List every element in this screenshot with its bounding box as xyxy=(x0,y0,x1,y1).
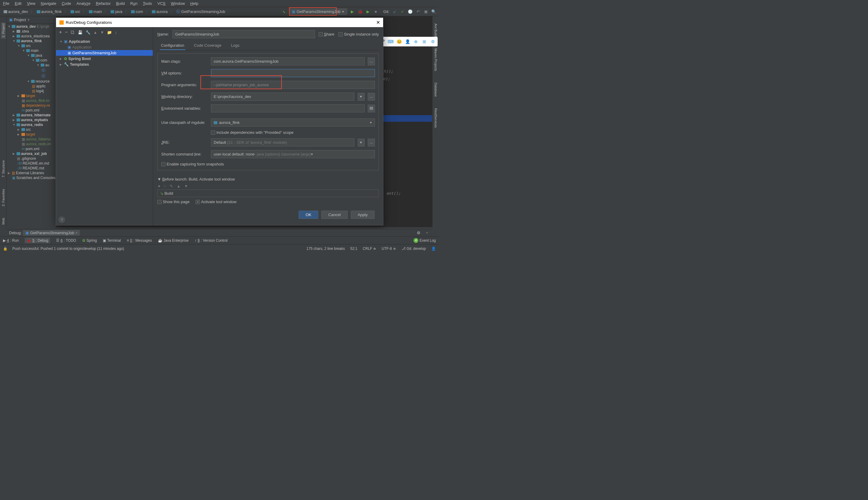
debug-icon[interactable]: 🐞 xyxy=(357,9,363,14)
status-line-sep[interactable]: CRLF ≑ xyxy=(363,247,376,251)
project-tree[interactable]: ▼aurora_dev E:\proje ▶.idea ▶aurora_elas… xyxy=(7,23,56,181)
gear-icon[interactable]: ⚙ xyxy=(416,230,421,236)
vm-options-input[interactable] xyxy=(211,69,375,77)
run-icon[interactable]: ▶ xyxy=(350,9,355,14)
copy-icon[interactable]: ⿻ xyxy=(71,30,75,35)
debug-tab[interactable]: ▣ GetParamsStreamingJob × xyxy=(23,230,80,236)
config-tree[interactable]: ▼▣Application ▣Application ▣GetParamsStr… xyxy=(56,37,153,214)
status-inspect-icon[interactable]: 👤 xyxy=(431,247,436,251)
breadcrumb[interactable]: aurora_dev〉 aurora_flink〉 src〉 main〉 jav… xyxy=(2,9,281,15)
stop-icon[interactable]: ■ xyxy=(373,9,378,14)
menu-tools[interactable]: Tools xyxy=(143,1,152,6)
wrench-icon[interactable]: 🔧 xyxy=(85,30,90,35)
workdir-input[interactable] xyxy=(211,92,354,101)
breadcrumb-file[interactable]: ⓒGetParamsStreamingJob xyxy=(175,9,226,15)
classpath-select[interactable]: aurora_flink ▼ xyxy=(211,118,375,127)
folder-icon[interactable]: 📁 xyxy=(107,30,112,35)
help-icon[interactable]: ? xyxy=(58,216,65,223)
menu-file[interactable]: File xyxy=(3,1,9,6)
tw-messages[interactable]: ≡ 0: Messages xyxy=(127,238,152,242)
close-tab-icon[interactable]: × xyxy=(75,230,78,235)
close-icon[interactable]: ✕ xyxy=(376,20,380,25)
menu-refactor[interactable]: Refactor xyxy=(96,1,111,6)
activate-tool-checkbox[interactable]: ✓Activate tool window xyxy=(196,200,237,204)
project-header[interactable]: ▣ Project ▼ xyxy=(7,16,56,23)
menu-edit[interactable]: Edit xyxy=(15,1,21,6)
edit-task-icon[interactable]: ✎ xyxy=(170,184,173,189)
search-icon[interactable]: 🔍 xyxy=(431,9,436,14)
tw-terminal[interactable]: ▣ Terminal xyxy=(103,238,121,242)
single-instance-checkbox[interactable]: Single instance only xyxy=(339,32,379,36)
menu-build[interactable]: Build xyxy=(116,1,125,6)
tab-project[interactable]: 1: Project xyxy=(1,22,6,38)
remove-icon[interactable]: − xyxy=(65,30,68,35)
down-icon[interactable]: ▼ xyxy=(100,30,104,35)
tw-vcs[interactable]: ↕ 9: Version Control xyxy=(195,238,228,242)
tw-javaee[interactable]: ☕ Java Enterprise xyxy=(158,238,189,242)
menu-analyze[interactable]: Analyze xyxy=(77,1,90,6)
tw-eventlog[interactable]: 4 Event Log xyxy=(413,238,436,243)
cancel-button[interactable]: Cancel xyxy=(321,211,348,219)
apply-button[interactable]: Apply xyxy=(351,211,375,219)
tw-spring[interactable]: ✿ Spring xyxy=(82,238,97,242)
git-update-icon[interactable]: ↙ xyxy=(392,9,397,14)
tab-code-coverage[interactable]: Code Coverage xyxy=(193,41,222,50)
tab-structure[interactable]: 7: Structure xyxy=(1,159,6,179)
ide-settings-icon[interactable]: ▣ xyxy=(423,9,429,14)
jre-dropdown[interactable]: ▼ xyxy=(357,139,365,147)
tab-database[interactable]: Database xyxy=(433,81,438,98)
workdir-dropdown[interactable]: ▼ xyxy=(357,93,365,101)
status-git-branch[interactable]: ⎇ Git: develop xyxy=(401,247,426,251)
up-icon[interactable]: ▲ xyxy=(93,30,98,35)
tw-run[interactable]: ▶ 4: Run xyxy=(3,238,19,242)
before-launch-list[interactable]: ↘ Build xyxy=(157,190,379,197)
menu-vcs[interactable]: VCS xyxy=(157,1,165,6)
run-config-selector[interactable]: ▣ GetParamsStreamingJob ▼ xyxy=(289,9,347,15)
browse-env[interactable]: ▤ xyxy=(368,105,375,112)
build-icon[interactable]: ↘ xyxy=(281,9,287,14)
share-checkbox[interactable]: Share xyxy=(319,32,334,36)
browse-workdir[interactable]: ... xyxy=(368,93,375,101)
tab-restservices[interactable]: RestServices xyxy=(433,107,438,129)
tab-configuration[interactable]: Configuration xyxy=(160,41,185,50)
status-position[interactable]: 52:1 xyxy=(350,247,357,251)
menu-code[interactable]: Code xyxy=(62,1,71,6)
menu-window[interactable]: Window xyxy=(171,1,185,6)
main-class-input[interactable] xyxy=(211,57,365,65)
name-input[interactable] xyxy=(172,30,315,38)
tab-ant[interactable]: Ant Build xyxy=(433,22,438,38)
provided-checkbox[interactable]: Include dependencies with "Provided" sco… xyxy=(211,130,294,135)
git-history-icon[interactable]: 🕓 xyxy=(408,9,413,14)
menu-view[interactable]: View xyxy=(27,1,35,6)
tab-logs[interactable]: Logs xyxy=(230,41,240,50)
program-args-input[interactable] xyxy=(211,81,375,89)
menu-navigate[interactable]: Navigate xyxy=(41,1,56,6)
main-menu[interactable]: File Edit View Navigate Code Analyze Ref… xyxy=(0,0,439,7)
remove-task-icon[interactable]: − xyxy=(164,184,167,189)
before-launch-header[interactable]: ▼ Before launch: Build, Activate tool wi… xyxy=(157,176,379,183)
tab-web[interactable]: Web xyxy=(1,217,6,226)
menu-run[interactable]: Run xyxy=(130,1,137,6)
sort-icon[interactable]: ↕ xyxy=(115,30,117,35)
git-commit-icon[interactable]: ✓ xyxy=(400,9,405,14)
tab-favorites[interactable]: 2: Favorites xyxy=(1,188,6,207)
keyboard-icon[interactable]: ⌨ xyxy=(387,38,394,45)
browse-main-class[interactable]: ... xyxy=(368,58,375,65)
add-task-icon[interactable]: + xyxy=(158,184,160,189)
add-icon[interactable]: + xyxy=(59,30,62,35)
coverage-icon[interactable]: ▶ xyxy=(365,9,371,14)
status-encoding[interactable]: UTF-8 ≑ xyxy=(381,247,396,251)
up-task-icon[interactable]: ▲ xyxy=(176,184,181,189)
show-page-checkbox[interactable]: Show this page xyxy=(157,200,190,204)
config-tabs[interactable]: Configuration Code Coverage Logs xyxy=(157,41,379,50)
env-input[interactable] xyxy=(211,104,365,112)
gear-icon[interactable]: ⚙ xyxy=(429,38,436,45)
dialog-titlebar[interactable]: 🟧 Run/Debug Configurations ✕ xyxy=(56,18,383,27)
menu-help[interactable]: Help xyxy=(190,1,198,6)
minimize-icon[interactable]: − xyxy=(424,230,430,236)
tw-todo[interactable]: ☰ 6: TODO xyxy=(56,238,76,242)
status-lock-icon[interactable]: 🔒 xyxy=(3,247,8,251)
down-task-icon[interactable]: ▼ xyxy=(184,184,188,189)
tab-maven[interactable]: Maven Projects xyxy=(433,47,438,72)
browse-jre[interactable]: ... xyxy=(368,139,375,147)
